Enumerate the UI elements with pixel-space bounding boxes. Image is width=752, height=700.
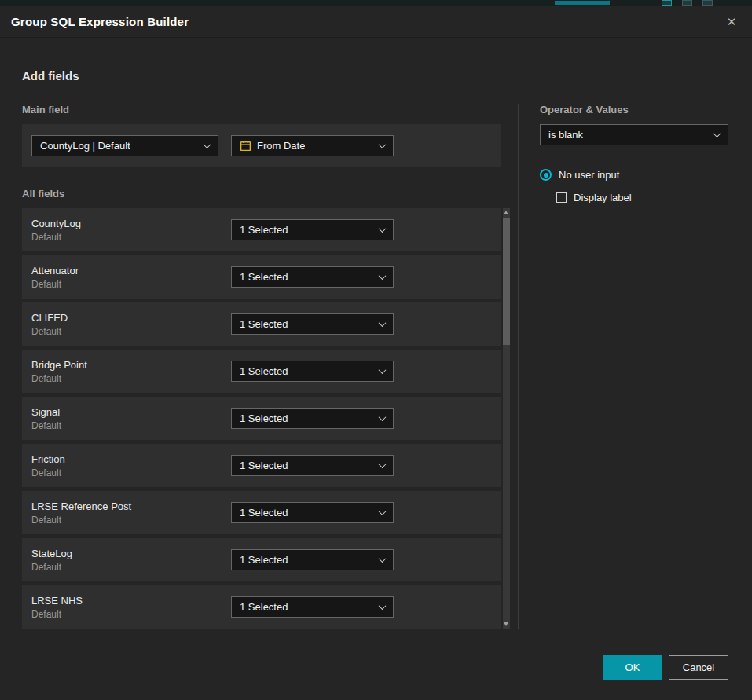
field-row-text: Friction Default (31, 453, 231, 478)
ok-button[interactable]: OK (603, 655, 662, 680)
field-row-text: Signal Default (31, 406, 231, 431)
background-fragment (662, 0, 672, 6)
dialog-header: Group SQL Expression Builder ✕ (0, 6, 752, 38)
display-label-checkbox[interactable]: Display label (556, 192, 728, 203)
chevron-down-icon (204, 141, 211, 148)
field-name: Attenuator (31, 265, 231, 277)
all-fields-label: All fields (22, 188, 510, 200)
chevron-down-icon (379, 366, 387, 374)
chevron-down-icon (379, 319, 387, 327)
chevron-down-icon (713, 130, 721, 137)
field-subtitle: Default (31, 562, 231, 573)
background-fragment (555, 1, 610, 5)
chevron-down-icon (379, 225, 387, 233)
field-name: StateLog (31, 548, 231, 559)
display-label-label: Display label (574, 192, 632, 203)
field-row: Bridge Point Default 1 Selected (22, 350, 501, 393)
operator-values-label: Operator & Values (540, 104, 728, 116)
field-selected-value: 1 Selected (240, 365, 288, 377)
no-user-input-radio[interactable]: No user input (540, 169, 728, 181)
chevron-down-icon (379, 602, 387, 610)
dialog-footer: OK Cancel (603, 655, 728, 680)
scrollbar-thumb[interactable] (503, 218, 510, 345)
main-field-source-value: CountyLog | Default (40, 140, 130, 152)
all-fields-list: CountyLog Default 1 Selected Attenuator … (22, 208, 501, 629)
chevron-down-icon (379, 272, 387, 280)
field-name: LRSE NHS (31, 595, 231, 607)
background-fragment (682, 0, 692, 6)
field-selected-value: 1 Selected (240, 271, 288, 283)
background-fragment (702, 0, 713, 6)
sql-expression-builder-dialog: Group SQL Expression Builder ✕ Add field… (0, 6, 752, 700)
field-selected-dropdown[interactable]: 1 Selected (231, 596, 394, 618)
main-field-field-value: From Date (257, 140, 305, 152)
field-row: Signal Default 1 Selected (22, 397, 501, 440)
field-row: CountyLog Default 1 Selected (22, 208, 501, 251)
field-row: CLIFED Default 1 Selected (22, 302, 501, 346)
chevron-down-icon (379, 141, 387, 148)
field-selected-value: 1 Selected (240, 460, 288, 471)
close-icon[interactable]: ✕ (722, 13, 741, 31)
field-row-text: Bridge Point Default (31, 359, 231, 384)
field-selected-value: 1 Selected (240, 412, 288, 424)
chevron-down-icon (379, 508, 387, 515)
chevron-down-icon (379, 555, 387, 563)
field-selected-dropdown[interactable]: 1 Selected (231, 549, 394, 570)
field-row: LRSE Reference Post Default 1 Selected (22, 491, 501, 534)
field-subtitle: Default (31, 232, 231, 243)
cancel-button[interactable]: Cancel (669, 655, 728, 680)
field-name: Signal (31, 406, 231, 418)
field-selected-dropdown[interactable]: 1 Selected (231, 219, 394, 240)
chevron-down-icon (379, 413, 387, 421)
field-name: CLIFED (31, 312, 231, 324)
field-selected-dropdown[interactable]: 1 Selected (231, 361, 394, 382)
field-selected-dropdown[interactable]: 1 Selected (231, 266, 394, 288)
field-row-text: LRSE Reference Post Default (31, 500, 231, 526)
field-row-text: Attenuator Default (31, 265, 231, 290)
field-selected-value: 1 Selected (240, 554, 288, 566)
field-subtitle: Default (31, 326, 231, 337)
all-fields-area: CountyLog Default 1 Selected Attenuator … (22, 208, 510, 629)
radio-selected-icon (540, 169, 552, 181)
field-row-text: StateLog Default (31, 548, 231, 573)
operator-value: is blank (548, 129, 583, 141)
background-app-strip (0, 0, 752, 6)
calendar-icon (240, 140, 251, 152)
field-row: StateLog Default 1 Selected (22, 538, 501, 581)
field-selected-dropdown[interactable]: 1 Selected (231, 313, 394, 335)
field-name: LRSE Reference Post (31, 500, 231, 512)
main-field-field-dropdown[interactable]: From Date (231, 135, 394, 156)
dialog-body: Main field CountyLog | Default (0, 83, 752, 629)
operator-dropdown[interactable]: is blank (540, 124, 728, 145)
field-selected-value: 1 Selected (240, 601, 288, 613)
scroll-down-arrow-icon[interactable] (504, 622, 508, 626)
scrollbar[interactable] (503, 208, 510, 629)
field-name: CountyLog (31, 218, 231, 229)
operator-column: Operator & Values is blank No user input… (540, 104, 728, 629)
field-selected-dropdown[interactable]: 1 Selected (231, 408, 394, 429)
field-selected-value: 1 Selected (240, 507, 288, 519)
field-subtitle: Default (31, 467, 231, 478)
scroll-up-arrow-icon[interactable] (504, 211, 508, 214)
field-subtitle: Default (31, 279, 231, 290)
field-selected-dropdown[interactable]: 1 Selected (231, 455, 394, 476)
field-row-text: CLIFED Default (31, 312, 231, 337)
field-row: LRSE NHS Default 1 Selected (22, 585, 501, 629)
add-fields-heading: Add fields (22, 69, 752, 83)
field-row-text: CountyLog Default (31, 218, 231, 243)
field-subtitle: Default (31, 373, 231, 384)
fields-column: Main field CountyLog | Default (22, 104, 510, 629)
field-selected-value: 1 Selected (240, 318, 288, 330)
field-subtitle: Default (31, 515, 231, 526)
field-name: Friction (31, 453, 231, 465)
field-row: Attenuator Default 1 Selected (22, 255, 501, 299)
main-field-source-dropdown[interactable]: CountyLog | Default (31, 135, 218, 156)
checkbox-unchecked-icon (556, 192, 567, 203)
vertical-divider (518, 104, 519, 629)
dialog-title: Group SQL Expression Builder (11, 15, 189, 28)
field-selected-dropdown[interactable]: 1 Selected (231, 502, 394, 523)
no-user-input-label: No user input (559, 169, 619, 181)
chevron-down-icon (379, 460, 387, 468)
field-row: Friction Default 1 Selected (22, 444, 501, 487)
main-field-label: Main field (22, 104, 510, 116)
